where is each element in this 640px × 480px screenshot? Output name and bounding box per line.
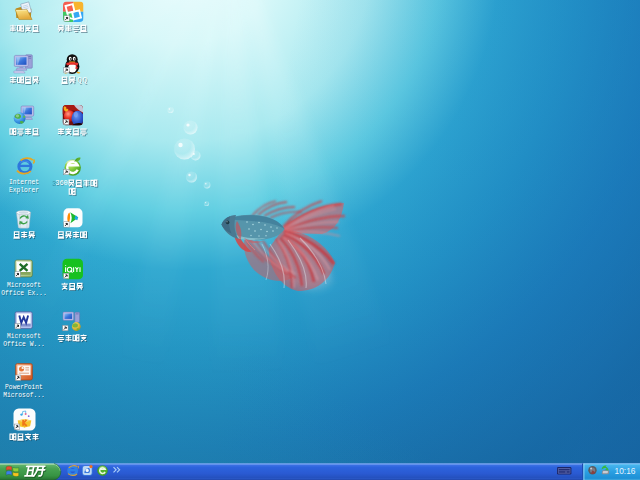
svg-text:QQ: QQ xyxy=(77,76,87,84)
svg-text:PowerPoint: PowerPoint xyxy=(5,384,43,391)
svg-text:Office W...: Office W... xyxy=(3,341,45,348)
svg-text:Microsof...: Microsof... xyxy=(3,392,45,399)
svg-text:Office Ex...: Office Ex... xyxy=(1,290,46,297)
svg-text:360: 360 xyxy=(55,179,68,187)
svg-text:Microsoft: Microsoft xyxy=(7,333,41,340)
svg-text:10:16: 10:16 xyxy=(615,466,636,476)
svg-text:Explorer: Explorer xyxy=(9,187,39,194)
svg-text:Microsoft: Microsoft xyxy=(7,282,41,289)
svg-text:Internet: Internet xyxy=(9,179,39,186)
